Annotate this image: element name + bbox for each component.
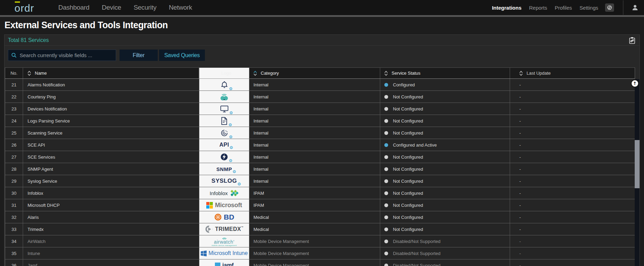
aperture-icon[interactable] bbox=[605, 3, 614, 12]
saved-queries-button[interactable]: Saved Queries bbox=[159, 50, 205, 61]
nav-item-device[interactable]: Device bbox=[102, 4, 121, 11]
status-text: Disabled/Not Supported bbox=[393, 263, 440, 266]
row-number: 33 bbox=[5, 223, 23, 235]
ordr-logo-macron-icon bbox=[15, 1, 20, 3]
sort-control[interactable] bbox=[253, 71, 257, 76]
table-row[interactable]: 29Syslog ServiceSYSLOG⚙InternalNot Confi… bbox=[5, 175, 635, 187]
gear-icon: ⚙ bbox=[229, 135, 233, 139]
filter-button[interactable]: Filter bbox=[120, 50, 158, 61]
table-row[interactable]: 28SNMP AgentSNMP⚙InternalNot Configured- bbox=[5, 163, 635, 175]
table-row[interactable]: 33TrimedxTRIMEDX™MedicalNot Configured- bbox=[5, 223, 635, 235]
status-dot-icon bbox=[384, 203, 388, 207]
sort-control[interactable] bbox=[28, 71, 31, 76]
services-panel: Total 81 Services Filter Saved Queries bbox=[4, 34, 640, 266]
scrollbar-thumb[interactable] bbox=[635, 140, 640, 188]
sort-down-icon bbox=[253, 74, 257, 76]
search-icon bbox=[11, 52, 17, 58]
ordr-logo[interactable]: ordr bbox=[14, 2, 34, 13]
clipboard-link-icon[interactable] bbox=[629, 37, 635, 45]
last-update: - bbox=[510, 247, 635, 259]
microsoft-squares-icon bbox=[206, 202, 213, 209]
sort-down-icon bbox=[28, 74, 31, 76]
service-status: Configured bbox=[380, 79, 510, 91]
sort-up-icon bbox=[384, 71, 388, 73]
service-logo-cell: SNMP⚙ bbox=[199, 163, 249, 175]
last-update: - bbox=[510, 139, 635, 151]
gear-icon: ⚙ bbox=[229, 146, 233, 150]
row-number: 22 bbox=[5, 91, 23, 103]
row-number: 32 bbox=[5, 211, 23, 223]
status-text: Not Configured bbox=[393, 130, 423, 136]
gear-icon: ⚙ bbox=[229, 87, 233, 91]
service-status: Disabled/Not Supported bbox=[380, 259, 510, 266]
sort-control[interactable] bbox=[519, 71, 523, 76]
service-category: Mobile Device Management bbox=[249, 247, 380, 259]
secondary-nav: IntegrationsReportsProfilesSettings bbox=[492, 5, 598, 11]
column-label: Service Status bbox=[392, 71, 420, 76]
table-row[interactable]: 26SCE APIAPI⚙InternalConfigured and Acti… bbox=[5, 139, 635, 151]
table-row[interactable]: 23Devices Notification⚙InternalNot Confi… bbox=[5, 103, 635, 115]
last-update: - bbox=[510, 127, 635, 139]
nav-item-settings[interactable]: Settings bbox=[580, 5, 598, 11]
column-header-status[interactable]: Service Status bbox=[380, 68, 510, 78]
service-category: Internal bbox=[249, 103, 380, 115]
status-dot-icon bbox=[384, 131, 388, 135]
service-status: Not Configured bbox=[380, 91, 510, 103]
gear-icon: ⚙ bbox=[229, 111, 233, 115]
last-update: - bbox=[510, 175, 635, 187]
status-text: Not Configured bbox=[393, 167, 423, 172]
status-text: Configured and Active bbox=[393, 142, 437, 148]
service-name: Alarms Notification bbox=[23, 79, 199, 91]
nav-item-network[interactable]: Network bbox=[169, 4, 192, 11]
logo-courtesy-ping-icon bbox=[218, 92, 230, 102]
ordr-logo-text: ordr bbox=[14, 2, 34, 14]
aperture-glyph-icon bbox=[607, 5, 612, 10]
column-header-last[interactable]: Last Update bbox=[510, 68, 635, 78]
row-number: 28 bbox=[5, 163, 23, 175]
column-header-category[interactable]: Category bbox=[249, 68, 380, 78]
nav-item-integrations[interactable]: Integrations bbox=[492, 5, 521, 11]
table-row[interactable]: 30InfobloxInfobloxIPAMNot Configured- bbox=[5, 187, 635, 199]
table-row[interactable]: 27SCE Services⚙InternalNot Configured- bbox=[5, 151, 635, 163]
service-name: SCE API bbox=[23, 139, 199, 151]
table-body: 21Alarms Notification⚙InternalConfigured… bbox=[5, 79, 635, 266]
nav-item-security[interactable]: Security bbox=[134, 4, 156, 11]
user-icon[interactable] bbox=[631, 3, 639, 12]
table-row[interactable]: 36JamfjamfMobile Device ManagementDisabl… bbox=[5, 259, 635, 266]
row-number: 27 bbox=[5, 151, 23, 163]
search-box[interactable] bbox=[8, 50, 116, 61]
table-row[interactable]: 25Scanning Service⚙InternalNot Configure… bbox=[5, 127, 635, 139]
last-update: - bbox=[510, 103, 635, 115]
column-header-name[interactable]: Name bbox=[23, 68, 199, 78]
service-logo-cell: ⚙ bbox=[199, 151, 249, 163]
logo-infoblox-icon: Infoblox bbox=[210, 189, 239, 197]
row-number: 29 bbox=[5, 175, 23, 187]
table-row[interactable]: 22Courtesy PingInternalNot Configured- bbox=[5, 91, 635, 103]
table-row[interactable]: 21Alarms Notification⚙InternalConfigured… bbox=[5, 79, 635, 91]
sort-control[interactable] bbox=[384, 71, 388, 76]
table-header-row: No.NameLogoCategoryService StatusLast Up… bbox=[5, 67, 635, 79]
table-row[interactable]: 24Logs Parsing Service⚙InternalNot Confi… bbox=[5, 115, 635, 127]
logo-api-wordmark-icon: API⚙ bbox=[219, 142, 229, 148]
service-category: Internal bbox=[249, 151, 380, 163]
search-input[interactable] bbox=[20, 52, 113, 58]
table-row[interactable]: 31Microsoft DHCPMicrosoftIPAMNot Configu… bbox=[5, 199, 635, 211]
row-number: 31 bbox=[5, 199, 23, 211]
last-update: - bbox=[510, 211, 635, 223]
service-logo-cell bbox=[199, 91, 249, 103]
table-row[interactable]: 34AirWatchairwatch’mobile device managem… bbox=[5, 235, 635, 247]
service-status: Not Configured bbox=[380, 187, 510, 199]
column-label: Category bbox=[261, 71, 279, 76]
nav-item-dashboard[interactable]: Dashboard bbox=[58, 4, 89, 11]
logo-microsoft-icon: Microsoft bbox=[206, 202, 242, 209]
nav-item-profiles[interactable]: Profiles bbox=[555, 5, 572, 11]
table-row[interactable]: 35IntuneMicrosoft IntuneMobile Device Ma… bbox=[5, 247, 635, 259]
row-number: 21 bbox=[5, 79, 23, 91]
logo-bd-icon: BD bbox=[214, 213, 234, 221]
nav-item-reports[interactable]: Reports bbox=[529, 5, 547, 11]
logo-microsoft-intune-icon: Microsoft Intune bbox=[201, 250, 248, 256]
table-row[interactable]: 32AlarisBDMedicalNot Configured- bbox=[5, 211, 635, 223]
table-scrollbar[interactable] bbox=[635, 79, 640, 266]
service-status: Not Configured bbox=[380, 127, 510, 139]
scroll-to-top-button[interactable]: ↑ bbox=[631, 79, 639, 87]
